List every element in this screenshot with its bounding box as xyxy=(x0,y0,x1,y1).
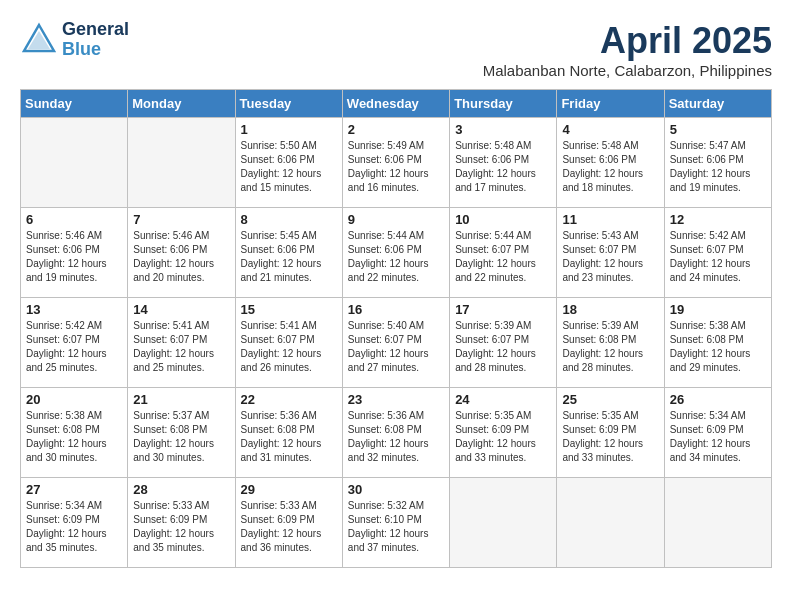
day-info: Sunrise: 5:39 AM Sunset: 6:08 PM Dayligh… xyxy=(562,319,658,375)
col-saturday: Saturday xyxy=(664,90,771,118)
day-number: 19 xyxy=(670,302,766,317)
day-number: 21 xyxy=(133,392,229,407)
logo-general-text: General xyxy=(62,20,129,40)
month-title: April 2025 xyxy=(483,20,772,62)
day-number: 10 xyxy=(455,212,551,227)
calendar-cell: 25Sunrise: 5:35 AM Sunset: 6:09 PM Dayli… xyxy=(557,388,664,478)
calendar-cell: 29Sunrise: 5:33 AM Sunset: 6:09 PM Dayli… xyxy=(235,478,342,568)
calendar-cell: 2Sunrise: 5:49 AM Sunset: 6:06 PM Daylig… xyxy=(342,118,449,208)
day-info: Sunrise: 5:33 AM Sunset: 6:09 PM Dayligh… xyxy=(241,499,337,555)
day-number: 14 xyxy=(133,302,229,317)
calendar-cell xyxy=(557,478,664,568)
calendar-cell: 7Sunrise: 5:46 AM Sunset: 6:06 PM Daylig… xyxy=(128,208,235,298)
calendar-week-1: 1Sunrise: 5:50 AM Sunset: 6:06 PM Daylig… xyxy=(21,118,772,208)
day-info: Sunrise: 5:38 AM Sunset: 6:08 PM Dayligh… xyxy=(670,319,766,375)
logo: General Blue xyxy=(20,20,129,60)
day-info: Sunrise: 5:41 AM Sunset: 6:07 PM Dayligh… xyxy=(241,319,337,375)
day-info: Sunrise: 5:44 AM Sunset: 6:06 PM Dayligh… xyxy=(348,229,444,285)
header-row: Sunday Monday Tuesday Wednesday Thursday… xyxy=(21,90,772,118)
calendar-table: Sunday Monday Tuesday Wednesday Thursday… xyxy=(20,89,772,568)
calendar-cell: 8Sunrise: 5:45 AM Sunset: 6:06 PM Daylig… xyxy=(235,208,342,298)
calendar-cell: 12Sunrise: 5:42 AM Sunset: 6:07 PM Dayli… xyxy=(664,208,771,298)
day-number: 23 xyxy=(348,392,444,407)
calendar-cell: 17Sunrise: 5:39 AM Sunset: 6:07 PM Dayli… xyxy=(450,298,557,388)
day-info: Sunrise: 5:47 AM Sunset: 6:06 PM Dayligh… xyxy=(670,139,766,195)
day-number: 28 xyxy=(133,482,229,497)
day-number: 20 xyxy=(26,392,122,407)
day-number: 9 xyxy=(348,212,444,227)
calendar-cell: 1Sunrise: 5:50 AM Sunset: 6:06 PM Daylig… xyxy=(235,118,342,208)
calendar-cell: 24Sunrise: 5:35 AM Sunset: 6:09 PM Dayli… xyxy=(450,388,557,478)
calendar-cell: 20Sunrise: 5:38 AM Sunset: 6:08 PM Dayli… xyxy=(21,388,128,478)
day-number: 26 xyxy=(670,392,766,407)
calendar-week-2: 6Sunrise: 5:46 AM Sunset: 6:06 PM Daylig… xyxy=(21,208,772,298)
day-number: 11 xyxy=(562,212,658,227)
calendar-cell: 18Sunrise: 5:39 AM Sunset: 6:08 PM Dayli… xyxy=(557,298,664,388)
col-sunday: Sunday xyxy=(21,90,128,118)
day-info: Sunrise: 5:34 AM Sunset: 6:09 PM Dayligh… xyxy=(26,499,122,555)
calendar-week-3: 13Sunrise: 5:42 AM Sunset: 6:07 PM Dayli… xyxy=(21,298,772,388)
calendar-cell: 9Sunrise: 5:44 AM Sunset: 6:06 PM Daylig… xyxy=(342,208,449,298)
logo-blue-text: Blue xyxy=(62,40,129,60)
day-number: 2 xyxy=(348,122,444,137)
page-header: General Blue April 2025 Malabanban Norte… xyxy=(20,20,772,79)
day-number: 16 xyxy=(348,302,444,317)
day-info: Sunrise: 5:37 AM Sunset: 6:08 PM Dayligh… xyxy=(133,409,229,465)
day-number: 6 xyxy=(26,212,122,227)
day-number: 4 xyxy=(562,122,658,137)
day-info: Sunrise: 5:33 AM Sunset: 6:09 PM Dayligh… xyxy=(133,499,229,555)
day-info: Sunrise: 5:46 AM Sunset: 6:06 PM Dayligh… xyxy=(26,229,122,285)
day-number: 1 xyxy=(241,122,337,137)
calendar-cell: 4Sunrise: 5:48 AM Sunset: 6:06 PM Daylig… xyxy=(557,118,664,208)
calendar-cell: 27Sunrise: 5:34 AM Sunset: 6:09 PM Dayli… xyxy=(21,478,128,568)
day-info: Sunrise: 5:32 AM Sunset: 6:10 PM Dayligh… xyxy=(348,499,444,555)
day-number: 30 xyxy=(348,482,444,497)
day-info: Sunrise: 5:40 AM Sunset: 6:07 PM Dayligh… xyxy=(348,319,444,375)
day-number: 7 xyxy=(133,212,229,227)
calendar-cell xyxy=(450,478,557,568)
day-info: Sunrise: 5:34 AM Sunset: 6:09 PM Dayligh… xyxy=(670,409,766,465)
calendar-cell: 30Sunrise: 5:32 AM Sunset: 6:10 PM Dayli… xyxy=(342,478,449,568)
calendar-cell xyxy=(664,478,771,568)
calendar-cell: 11Sunrise: 5:43 AM Sunset: 6:07 PM Dayli… xyxy=(557,208,664,298)
logo-text: General Blue xyxy=(62,20,129,60)
calendar-cell: 13Sunrise: 5:42 AM Sunset: 6:07 PM Dayli… xyxy=(21,298,128,388)
title-area: April 2025 Malabanban Norte, Calabarzon,… xyxy=(483,20,772,79)
day-number: 22 xyxy=(241,392,337,407)
day-info: Sunrise: 5:36 AM Sunset: 6:08 PM Dayligh… xyxy=(241,409,337,465)
calendar-cell: 23Sunrise: 5:36 AM Sunset: 6:08 PM Dayli… xyxy=(342,388,449,478)
day-info: Sunrise: 5:48 AM Sunset: 6:06 PM Dayligh… xyxy=(562,139,658,195)
calendar-cell: 3Sunrise: 5:48 AM Sunset: 6:06 PM Daylig… xyxy=(450,118,557,208)
calendar-week-5: 27Sunrise: 5:34 AM Sunset: 6:09 PM Dayli… xyxy=(21,478,772,568)
calendar-cell xyxy=(128,118,235,208)
day-info: Sunrise: 5:39 AM Sunset: 6:07 PM Dayligh… xyxy=(455,319,551,375)
day-number: 3 xyxy=(455,122,551,137)
calendar-cell: 16Sunrise: 5:40 AM Sunset: 6:07 PM Dayli… xyxy=(342,298,449,388)
day-info: Sunrise: 5:46 AM Sunset: 6:06 PM Dayligh… xyxy=(133,229,229,285)
col-friday: Friday xyxy=(557,90,664,118)
calendar-cell: 15Sunrise: 5:41 AM Sunset: 6:07 PM Dayli… xyxy=(235,298,342,388)
day-info: Sunrise: 5:41 AM Sunset: 6:07 PM Dayligh… xyxy=(133,319,229,375)
day-number: 25 xyxy=(562,392,658,407)
day-number: 24 xyxy=(455,392,551,407)
day-info: Sunrise: 5:35 AM Sunset: 6:09 PM Dayligh… xyxy=(455,409,551,465)
day-number: 27 xyxy=(26,482,122,497)
col-tuesday: Tuesday xyxy=(235,90,342,118)
calendar-cell: 10Sunrise: 5:44 AM Sunset: 6:07 PM Dayli… xyxy=(450,208,557,298)
day-number: 13 xyxy=(26,302,122,317)
day-info: Sunrise: 5:35 AM Sunset: 6:09 PM Dayligh… xyxy=(562,409,658,465)
day-number: 12 xyxy=(670,212,766,227)
calendar-cell: 26Sunrise: 5:34 AM Sunset: 6:09 PM Dayli… xyxy=(664,388,771,478)
col-wednesday: Wednesday xyxy=(342,90,449,118)
location-title: Malabanban Norte, Calabarzon, Philippine… xyxy=(483,62,772,79)
day-info: Sunrise: 5:44 AM Sunset: 6:07 PM Dayligh… xyxy=(455,229,551,285)
day-number: 8 xyxy=(241,212,337,227)
col-thursday: Thursday xyxy=(450,90,557,118)
day-number: 17 xyxy=(455,302,551,317)
day-number: 15 xyxy=(241,302,337,317)
calendar-cell: 6Sunrise: 5:46 AM Sunset: 6:06 PM Daylig… xyxy=(21,208,128,298)
calendar-cell: 22Sunrise: 5:36 AM Sunset: 6:08 PM Dayli… xyxy=(235,388,342,478)
calendar-cell: 19Sunrise: 5:38 AM Sunset: 6:08 PM Dayli… xyxy=(664,298,771,388)
day-info: Sunrise: 5:42 AM Sunset: 6:07 PM Dayligh… xyxy=(26,319,122,375)
calendar-cell: 21Sunrise: 5:37 AM Sunset: 6:08 PM Dayli… xyxy=(128,388,235,478)
